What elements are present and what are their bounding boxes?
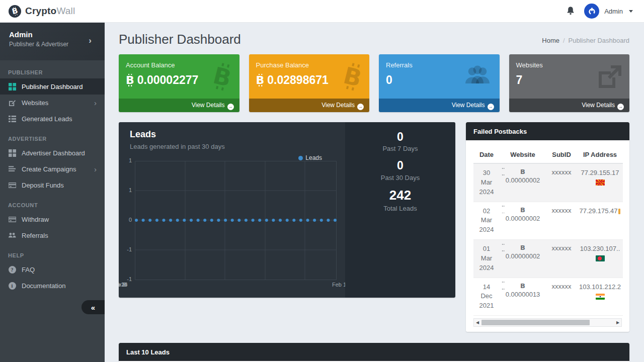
x-tick: Mar 2 (119, 282, 126, 288)
brand-light: Wall (56, 6, 75, 16)
failed-postbacks-panel: Failed Postbacks Date Website SubID IP A… (466, 122, 629, 332)
sidebar-item-deposit-funds[interactable]: Deposit Funds (0, 177, 105, 193)
scroll-right-icon[interactable]: ▶ (614, 319, 621, 326)
table-row: 02 Mar 2024 B0.00000002 xxxxxx 77.29.175… (473, 202, 623, 240)
country-flag-icon (596, 294, 605, 300)
see-all-link[interactable]: Click here to see all... (473, 327, 622, 332)
breadcrumb: Home/Publisher Dashboard (542, 37, 629, 44)
sidebar-item-publisher-dashboard[interactable]: Publisher Dashboard (0, 78, 105, 95)
bitcoin-icon: B (501, 207, 545, 213)
users-watermark-icon (463, 65, 492, 88)
section-label-publisher: PUBLISHER (0, 60, 105, 78)
column-header-ip: IP Address (577, 147, 623, 163)
credit-card-icon (8, 215, 16, 223)
table-row: 01 Mar 2024 B0.00000002 xxxxxx 103.230.1… (473, 240, 623, 278)
failed-postbacks-header: Failed Postbacks (466, 122, 629, 140)
leads-stats: 0 Past 7 Days 0 Past 30 Days 242 Total L… (345, 122, 455, 298)
bell-icon (566, 6, 575, 16)
chevron-right-icon: › (94, 165, 97, 173)
column-header-subid: SubID (546, 147, 577, 163)
arrow-circle-right-icon: → (357, 104, 364, 110)
horizontal-scrollbar[interactable]: ◀ ▶ (473, 318, 622, 327)
view-details-link[interactable]: View Details→ (249, 99, 370, 112)
sidebar-item-referrals[interactable]: Referrals (0, 227, 105, 243)
section-label-help: HELP (0, 243, 105, 261)
stat-card-account-balance: Account Balance B0.00002277 B View Detai… (119, 54, 239, 112)
brand-name: CryptoWall (25, 6, 75, 17)
scrollbar-thumb[interactable] (481, 320, 590, 325)
leads-panel: Leads Leads generated in past 30 days Le… (119, 122, 455, 298)
leads-chart-svg (135, 161, 337, 281)
y-tick: 1 (119, 157, 132, 163)
country-flag-icon (618, 209, 620, 214)
y-tick: 1 (119, 187, 132, 193)
stat-past-7-days: 0 Past 7 Days (345, 130, 455, 152)
view-details-link[interactable]: View Details→ (379, 99, 500, 112)
chart-legend[interactable]: Leads (298, 154, 322, 161)
country-flag-icon (596, 255, 605, 261)
bitcoin-logo-icon: B (9, 5, 21, 18)
breadcrumb-home[interactable]: Home (542, 37, 559, 44)
external-link-watermark-icon (597, 65, 621, 92)
align-list-icon (8, 165, 16, 173)
arrow-circle-right-icon: → (227, 104, 234, 110)
brand-bold: Crypto (25, 6, 56, 16)
user-menu[interactable]: Admin (584, 4, 633, 19)
breadcrumb-current: Publisher Dashboard (569, 37, 629, 44)
brand-logo[interactable]: B CryptoWall (0, 5, 75, 18)
failed-postbacks-table: Date Website SubID IP Address 30 Mar 202… (473, 147, 623, 316)
bitcoin-watermark-icon: B (344, 65, 361, 88)
legend-label: Leads (305, 154, 322, 161)
stat-card-websites: Websites 7 View Details→ (509, 54, 630, 112)
grid-icon (8, 149, 16, 157)
sidebar-item-advertiser-dashboard[interactable]: Advertiser Dashboard (0, 145, 105, 161)
top-navbar: B CryptoWall Admin (0, 0, 644, 23)
sidebar: Admin Publisher & Advertiser › PUBLISHER… (0, 23, 105, 362)
chevron-right-icon: › (94, 99, 97, 107)
sidebar-item-faq[interactable]: ? FAQ (0, 261, 105, 278)
power-icon (588, 7, 596, 16)
column-header-website: Website (500, 147, 546, 163)
list-icon (8, 115, 16, 123)
notifications-button[interactable] (566, 6, 575, 16)
sidebar-item-websites[interactable]: Websites › (0, 95, 105, 111)
profile-name: Admin (9, 30, 97, 39)
stat-card-purchase-balance: Purchase Balance B0.02898671 B View Deta… (249, 54, 370, 112)
chart-title: Leads (130, 129, 156, 140)
info-circle-icon: i (8, 282, 16, 290)
stat-card-referrals: Referrals 0 View Details→ (379, 54, 500, 112)
view-details-link[interactable]: View Details→ (119, 99, 239, 112)
bitcoin-icon: B (501, 244, 545, 251)
stat-past-30-days: 0 Past 30 Days (345, 159, 455, 181)
x-tick: Feb 1 (332, 282, 346, 288)
view-details-link[interactable]: View Details→ (509, 99, 630, 112)
table-row: 30 Mar 2024 B0.00000002 xxxxxx 77.29.155… (473, 163, 623, 202)
country-flag-icon (596, 179, 605, 186)
scroll-left-icon[interactable]: ◀ (474, 319, 481, 326)
main-content: Publisher Dashboard Home/Publisher Dashb… (105, 23, 644, 362)
avatar (584, 4, 599, 19)
sidebar-profile[interactable]: Admin Publisher & Advertiser › (0, 23, 105, 60)
y-tick: 0 (119, 217, 132, 223)
bitcoin-icon: B (501, 283, 545, 289)
last-10-leads-panel: Last 10 Leads (119, 343, 629, 362)
sidebar-item-create-campaigns[interactable]: Create Campaigns › (0, 161, 105, 177)
leads-chart: Leads Leads generated in past 30 days Le… (119, 122, 345, 298)
sidebar-item-documentation[interactable]: i Documentation (0, 278, 105, 294)
sidebar-collapse-button[interactable]: « (82, 300, 105, 314)
chart-subtitle: Leads generated in past 30 days (130, 143, 225, 150)
legend-dot-icon (298, 156, 303, 160)
section-label-advertiser: ADVERTISER (0, 127, 105, 145)
bitcoin-icon: B (501, 168, 545, 175)
sidebar-item-withdraw[interactable]: Withdraw (0, 211, 105, 227)
arrow-circle-right-icon: → (488, 104, 494, 110)
bitcoin-watermark-icon: B (213, 65, 231, 88)
users-icon (8, 231, 16, 239)
caret-down-icon (629, 10, 633, 13)
profile-role: Publisher & Advertiser (9, 41, 97, 48)
page-title: Publisher Dashboard (119, 32, 241, 47)
bitcoin-icon: B (126, 75, 134, 86)
stat-cards-row: Account Balance B0.00002277 B View Detai… (119, 54, 629, 112)
question-circle-icon: ? (8, 265, 16, 274)
sidebar-item-generated-leads[interactable]: Generated Leads (0, 111, 105, 127)
